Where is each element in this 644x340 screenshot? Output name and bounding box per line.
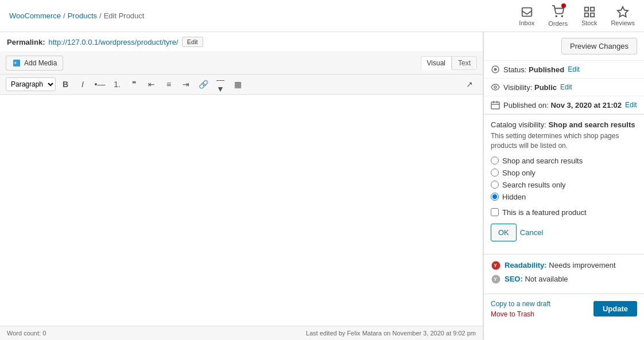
readability-status: Needs improvement [549, 261, 615, 269]
word-count-label: Word count: 0 [7, 330, 46, 337]
editor-area[interactable] [0, 95, 483, 326]
svg-rect-6 [584, 13, 588, 16]
ordered-list-button[interactable]: 1. [110, 77, 125, 92]
catalog-visibility-row: Catalog visibility: Shop and search resu… [491, 120, 637, 129]
status-row: Status: Published Edit [484, 61, 644, 79]
bottom-links-col: Copy to a new draft Move to Trash [491, 300, 550, 318]
blockquote-button[interactable]: ❞ [127, 77, 142, 92]
seo-status: Not available [525, 275, 568, 283]
readability-icon: Y [491, 260, 501, 271]
svg-rect-5 [590, 13, 593, 16]
permalink-bar: Permalink: http://127.0.0.1/wordpress/pr… [0, 32, 483, 52]
permalink-label: Permalink: [7, 38, 45, 46]
catalog-value: Shop and search results [548, 120, 635, 129]
more-button[interactable]: —▼ [213, 77, 228, 92]
calendar-icon [491, 100, 500, 110]
preview-btn-wrap: Preview Changes [484, 32, 644, 61]
seo-section: Y Readability: Needs improvement Y [484, 254, 644, 294]
svg-text:Y: Y [494, 277, 497, 282]
format-select[interactable]: Paragraph [6, 77, 56, 91]
radio-hidden[interactable]: Hidden [491, 193, 637, 201]
reviews-label: Reviews [611, 19, 635, 26]
publish-section: Status: Published Edit Visibility: Publi… [484, 61, 644, 114]
permalink-edit-button[interactable]: Edit [182, 37, 203, 47]
word-count-value: 0 [42, 330, 46, 337]
tab-visual[interactable]: Visual [421, 56, 452, 70]
stock-icon [583, 6, 596, 18]
right-panel: Preview Changes Status: Published Edit [483, 32, 644, 340]
ok-button[interactable]: OK [491, 224, 517, 241]
stock-label: Stock [581, 19, 598, 26]
svg-rect-4 [590, 7, 593, 10]
radio-shop-and-search[interactable]: Shop and search results [491, 157, 637, 165]
visibility-edit-link[interactable]: Edit [560, 83, 572, 91]
inbox-icon [521, 6, 533, 18]
radio-search-only[interactable]: Search results only [491, 181, 637, 189]
editor-content[interactable] [6, 100, 477, 320]
status-icon [491, 65, 500, 74]
editor-tabs: Visual Text [421, 56, 477, 70]
featured-checkbox[interactable] [491, 208, 499, 216]
editor-footer: Word count: 0 Last edited by Felix Matar… [0, 326, 483, 340]
bold-button[interactable]: B [58, 77, 73, 92]
align-center-button[interactable]: ≡ [161, 77, 176, 92]
cancel-link[interactable]: Cancel [520, 224, 543, 241]
seo-link[interactable]: SEO: [505, 275, 525, 283]
top-icons-bar: Inbox Orders Stock [519, 5, 635, 27]
visibility-row: Visibility: Public Edit [484, 79, 644, 96]
breadcrumb-woocommerce[interactable]: WooCommerce [9, 11, 61, 20]
svg-text:Y: Y [494, 263, 497, 268]
radio-shop-only-input[interactable] [491, 169, 499, 177]
breadcrumb-current: Edit Product [104, 11, 145, 20]
link-button[interactable]: 🔗 [196, 77, 211, 92]
preview-changes-button[interactable]: Preview Changes [561, 38, 637, 54]
published-edit-link[interactable]: Edit [625, 101, 637, 109]
update-button[interactable]: Update [593, 301, 637, 316]
svg-text:+: + [14, 60, 17, 66]
tab-text[interactable]: Text [452, 56, 477, 70]
catalog-radio-group: Shop and search results Shop only Search… [491, 157, 637, 201]
add-media-button[interactable]: + Add Media [6, 56, 63, 71]
permalink-url[interactable]: http://127.0.0.1/wordpress/product/tyre/ [48, 38, 178, 46]
status-edit-link[interactable]: Edit [568, 65, 580, 73]
copy-draft-link[interactable]: Copy to a new draft [491, 300, 550, 308]
svg-point-11 [494, 68, 497, 71]
catalog-description: This setting determines which shop pages… [491, 131, 637, 151]
visibility-icon [491, 83, 500, 92]
svg-rect-13 [491, 102, 499, 109]
align-left-button[interactable]: ⇤ [144, 77, 159, 92]
add-media-icon: + [12, 58, 21, 68]
radio-shop-and-search-input[interactable] [491, 157, 499, 165]
breadcrumb: WooCommerce / Products / Edit Product [9, 11, 144, 20]
ok-cancel-row: OK Cancel [491, 224, 637, 241]
svg-point-12 [494, 86, 496, 88]
move-trash-link[interactable]: Move to Trash [491, 310, 550, 318]
align-right-button[interactable]: ⇥ [179, 77, 193, 92]
expand-button[interactable]: ↗ [462, 77, 477, 92]
svg-marker-7 [618, 6, 628, 16]
seo-row: Y SEO: Not available [491, 274, 637, 284]
svg-point-1 [556, 15, 557, 17]
inbox-icon-item[interactable]: Inbox [519, 6, 534, 26]
orders-icon-item[interactable]: Orders [548, 5, 568, 27]
unordered-list-button[interactable]: •— [92, 77, 107, 92]
radio-search-only-input[interactable] [491, 181, 499, 189]
seo-icon: Y [491, 274, 501, 284]
stock-icon-item[interactable]: Stock [581, 6, 598, 26]
radio-hidden-input[interactable] [491, 193, 499, 201]
add-media-label: Add Media [24, 59, 57, 67]
reviews-icon [616, 6, 629, 18]
featured-row: This is a featured product [491, 208, 637, 217]
svg-point-2 [562, 15, 563, 17]
featured-label: This is a featured product [502, 208, 587, 217]
bottom-actions-row: Copy to a new draft Move to Trash Update [484, 294, 644, 324]
editor-toolbar: + Add Media Visual Text [0, 52, 483, 75]
breadcrumb-products[interactable]: Products [68, 11, 97, 20]
format-bar: Paragraph B I •— 1. ❞ ⇤ ≡ ⇥ 🔗 —▼ ▦ ↗ [0, 75, 483, 95]
orders-badge [561, 3, 566, 8]
reviews-icon-item[interactable]: Reviews [611, 6, 635, 26]
italic-button[interactable]: I [75, 77, 90, 92]
table-button[interactable]: ▦ [230, 77, 245, 92]
readability-link[interactable]: Readability: [505, 261, 549, 269]
radio-shop-only[interactable]: Shop only [491, 169, 637, 177]
